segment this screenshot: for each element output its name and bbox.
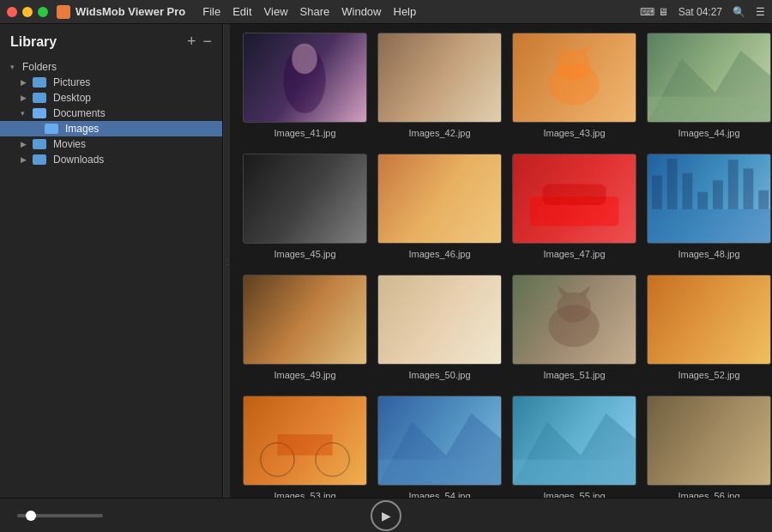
- image-item[interactable]: Images_46.jpg: [377, 154, 502, 259]
- search-icon[interactable]: 🔍: [733, 6, 745, 18]
- desktop-label: Desktop: [53, 92, 91, 104]
- pictures-label: Pictures: [53, 76, 90, 88]
- menu-file[interactable]: File: [202, 5, 220, 18]
- image-filename: Images_55.jpg: [543, 491, 605, 498]
- image-item[interactable]: Images_44.jpg: [647, 33, 771, 138]
- image-filename: Images_41.jpg: [274, 128, 335, 138]
- image-thumbnail: [243, 275, 367, 365]
- sidebar-item-images[interactable]: Images: [0, 121, 222, 136]
- sidebar-item-pictures[interactable]: ▶ Pictures: [0, 75, 222, 90]
- image-grid-container[interactable]: Images_41.jpgImages_42.jpgImages_43.jpgI…: [230, 24, 772, 498]
- image-item[interactable]: Images_50.jpg: [377, 275, 502, 380]
- folder-icon-documents: [33, 108, 46, 118]
- image-filename: Images_51.jpg: [543, 370, 605, 380]
- app-name: WidsMob Viewer Pro: [75, 5, 185, 18]
- close-button[interactable]: [7, 7, 17, 17]
- menu-help[interactable]: Help: [394, 5, 417, 18]
- menu-bar: File Edit View Share Window Help: [202, 5, 640, 18]
- image-filename: Images_48.jpg: [678, 249, 739, 259]
- sidebar-item-desktop[interactable]: ▶ Desktop: [0, 90, 222, 106]
- image-thumbnail: [377, 154, 502, 244]
- add-folder-button[interactable]: +: [187, 33, 196, 51]
- image-filename: Images_46.jpg: [408, 249, 470, 259]
- image-item[interactable]: Images_41.jpg: [243, 33, 367, 138]
- image-filename: Images_52.jpg: [678, 370, 739, 380]
- menu-window[interactable]: Window: [341, 5, 381, 18]
- thumbnail-size-slider[interactable]: [17, 514, 103, 517]
- sidebar-actions: + −: [187, 33, 212, 51]
- image-filename: Images_54.jpg: [408, 491, 470, 498]
- clock: Sat 04:27: [679, 6, 722, 18]
- folder-icon-images: [45, 124, 58, 134]
- image-item[interactable]: Images_42.jpg: [377, 33, 502, 138]
- image-item[interactable]: Images_51.jpg: [512, 275, 636, 380]
- image-filename: Images_43.jpg: [543, 128, 605, 138]
- image-thumbnail: [377, 275, 502, 365]
- library-title: Library: [10, 34, 57, 50]
- image-item[interactable]: Images_53.jpg: [243, 396, 367, 498]
- image-filename: Images_47.jpg: [543, 249, 605, 259]
- image-thumbnail: [512, 154, 636, 244]
- folder-icon-desktop: [33, 93, 46, 103]
- image-item[interactable]: Images_49.jpg: [243, 275, 367, 380]
- image-item[interactable]: Images_48.jpg: [647, 154, 771, 259]
- folder-icon-pictures: [33, 77, 46, 88]
- sidebar-header: Library + −: [0, 24, 222, 56]
- remove-folder-button[interactable]: −: [202, 33, 212, 51]
- minimize-button[interactable]: [22, 7, 33, 17]
- image-thumbnail: [512, 275, 636, 365]
- menu-share[interactable]: Share: [300, 5, 330, 18]
- image-thumbnail: [377, 396, 502, 486]
- image-thumbnail: [243, 396, 367, 486]
- app-icon: [57, 5, 70, 19]
- documents-label: Documents: [53, 107, 106, 119]
- image-item[interactable]: Images_52.jpg: [647, 275, 771, 380]
- sidebar-tree: ▾ Folders ▶ Pictures ▶ Desktop ▾ Documen…: [0, 56, 222, 498]
- sidebar-item-documents[interactable]: ▾ Documents: [0, 106, 222, 121]
- image-filename: Images_44.jpg: [678, 128, 739, 138]
- image-item[interactable]: Images_43.jpg: [512, 33, 636, 138]
- image-grid: Images_41.jpgImages_42.jpgImages_43.jpgI…: [243, 33, 759, 498]
- maximize-button[interactable]: [38, 7, 48, 17]
- traffic-lights: [7, 7, 48, 17]
- slider-track[interactable]: [17, 514, 103, 517]
- title-bar: WidsMob Viewer Pro File Edit View Share …: [0, 0, 772, 24]
- downloads-label: Downloads: [53, 154, 104, 166]
- title-bar-right: ⌨ 🖥 Sat 04:27 🔍 ☰: [640, 6, 765, 18]
- image-filename: Images_53.jpg: [274, 491, 335, 498]
- image-item[interactable]: Images_54.jpg: [377, 396, 502, 498]
- bottom-bar: ▶: [0, 498, 772, 532]
- slider-thumb[interactable]: [26, 511, 36, 521]
- image-thumbnail: [512, 33, 636, 123]
- chevron-right-icon: ▶: [21, 94, 29, 102]
- sidebar-item-movies[interactable]: ▶ Movies: [0, 136, 222, 152]
- image-filename: Images_42.jpg: [408, 128, 470, 138]
- list-icon[interactable]: ☰: [756, 6, 765, 18]
- folder-icon-downloads: [33, 154, 46, 165]
- chevron-down-icon: ▾: [21, 109, 29, 118]
- movies-label: Movies: [53, 138, 86, 150]
- menu-view[interactable]: View: [264, 5, 288, 18]
- image-filename: Images_50.jpg: [408, 370, 470, 380]
- sidebar-resize-handle[interactable]: ⋮: [223, 24, 230, 498]
- play-button[interactable]: ▶: [371, 500, 401, 531]
- image-item[interactable]: Images_55.jpg: [512, 396, 636, 498]
- menu-edit[interactable]: Edit: [232, 5, 251, 18]
- image-item[interactable]: Images_47.jpg: [512, 154, 636, 259]
- image-thumbnail: [647, 275, 771, 365]
- play-icon: ▶: [382, 509, 391, 523]
- image-item[interactable]: Images_56.jpg: [647, 396, 771, 498]
- chevron-right-icon: ▶: [21, 78, 29, 87]
- chevron-right-icon: ▶: [21, 140, 29, 148]
- folder-icon-movies: [33, 139, 46, 149]
- image-item[interactable]: Images_45.jpg: [243, 154, 367, 259]
- image-filename: Images_49.jpg: [274, 370, 335, 380]
- image-filename: Images_45.jpg: [274, 249, 335, 259]
- sidebar: Library + − ▾ Folders ▶ Pictures ▶: [0, 24, 223, 498]
- folders-label: Folders: [22, 61, 57, 73]
- image-thumbnail: [512, 396, 636, 486]
- sidebar-section-folders: ▾ Folders: [0, 59, 222, 75]
- image-thumbnail: [243, 154, 367, 244]
- image-thumbnail: [377, 33, 502, 123]
- sidebar-item-downloads[interactable]: ▶ Downloads: [0, 152, 222, 167]
